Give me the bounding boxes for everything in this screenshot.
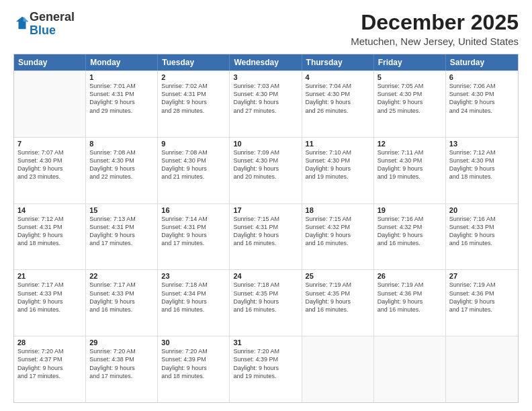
- calendar-body: 1Sunrise: 7:01 AM Sunset: 4:31 PM Daylig…: [14, 71, 518, 402]
- day-info: Sunrise: 7:01 AM Sunset: 4:31 PM Dayligh…: [89, 82, 154, 115]
- calendar: SundayMondayTuesdayWednesdayThursdayFrid…: [13, 54, 519, 403]
- header-day-friday: Friday: [374, 54, 446, 71]
- day-info: Sunrise: 7:11 AM Sunset: 4:30 PM Dayligh…: [378, 148, 442, 181]
- logo-icon: [15, 15, 30, 30]
- day-number: 21: [17, 272, 82, 280]
- day-number: 4: [306, 73, 370, 81]
- calendar-day-17: 17Sunrise: 7:15 AM Sunset: 4:31 PM Dayli…: [230, 204, 302, 270]
- logo: General Blue: [13, 11, 75, 38]
- day-number: 25: [306, 272, 370, 280]
- day-info: Sunrise: 7:02 AM Sunset: 4:31 PM Dayligh…: [161, 82, 226, 115]
- calendar-day-26: 26Sunrise: 7:19 AM Sunset: 4:36 PM Dayli…: [374, 270, 446, 336]
- month-title: December 2025: [351, 11, 519, 34]
- day-info: Sunrise: 7:05 AM Sunset: 4:30 PM Dayligh…: [378, 82, 442, 115]
- day-number: 8: [89, 140, 154, 148]
- day-number: 7: [17, 140, 82, 148]
- day-number: 28: [17, 338, 82, 347]
- svg-marker-1: [24, 17, 28, 21]
- calendar-week-1: 1Sunrise: 7:01 AM Sunset: 4:31 PM Daylig…: [14, 71, 518, 137]
- calendar-day-31: 31Sunrise: 7:20 AM Sunset: 4:39 PM Dayli…: [230, 336, 302, 402]
- calendar-day-6: 6Sunrise: 7:06 AM Sunset: 4:30 PM Daylig…: [446, 71, 518, 137]
- day-number: 11: [306, 140, 370, 148]
- day-info: Sunrise: 7:03 AM Sunset: 4:30 PM Dayligh…: [233, 82, 298, 115]
- day-info: Sunrise: 7:20 AM Sunset: 4:39 PM Dayligh…: [161, 347, 226, 380]
- day-info: Sunrise: 7:08 AM Sunset: 4:30 PM Dayligh…: [161, 148, 226, 181]
- calendar-day-4: 4Sunrise: 7:04 AM Sunset: 4:30 PM Daylig…: [302, 71, 374, 137]
- calendar-day-25: 25Sunrise: 7:19 AM Sunset: 4:35 PM Dayli…: [302, 270, 374, 336]
- header-day-wednesday: Wednesday: [230, 54, 302, 71]
- day-number: 16: [161, 206, 226, 214]
- day-number: 26: [378, 272, 442, 280]
- day-number: 3: [233, 73, 298, 81]
- day-number: 17: [233, 206, 298, 214]
- day-info: Sunrise: 7:19 AM Sunset: 4:36 PM Dayligh…: [449, 281, 515, 314]
- day-info: Sunrise: 7:20 AM Sunset: 4:38 PM Dayligh…: [89, 347, 154, 380]
- header-day-tuesday: Tuesday: [158, 54, 230, 71]
- header-day-sunday: Sunday: [14, 54, 86, 71]
- day-number: 18: [306, 206, 370, 214]
- header-day-thursday: Thursday: [302, 54, 374, 71]
- day-number: 29: [89, 338, 154, 347]
- day-number: 24: [233, 272, 298, 280]
- day-number: 14: [17, 206, 82, 214]
- header-day-saturday: Saturday: [446, 54, 518, 71]
- day-number: 2: [161, 73, 226, 81]
- calendar-week-4: 21Sunrise: 7:17 AM Sunset: 4:33 PM Dayli…: [14, 269, 518, 336]
- day-info: Sunrise: 7:19 AM Sunset: 4:36 PM Dayligh…: [378, 281, 442, 314]
- calendar-day-20: 20Sunrise: 7:16 AM Sunset: 4:33 PM Dayli…: [446, 204, 518, 270]
- calendar-day-19: 19Sunrise: 7:16 AM Sunset: 4:32 PM Dayli…: [374, 204, 446, 270]
- day-info: Sunrise: 7:13 AM Sunset: 4:31 PM Dayligh…: [89, 215, 154, 248]
- day-info: Sunrise: 7:16 AM Sunset: 4:33 PM Dayligh…: [449, 215, 515, 248]
- calendar-day-30: 30Sunrise: 7:20 AM Sunset: 4:39 PM Dayli…: [158, 336, 230, 402]
- calendar-day-9: 9Sunrise: 7:08 AM Sunset: 4:30 PM Daylig…: [158, 138, 230, 203]
- calendar-day-12: 12Sunrise: 7:11 AM Sunset: 4:30 PM Dayli…: [374, 138, 446, 203]
- calendar-day-27: 27Sunrise: 7:19 AM Sunset: 4:36 PM Dayli…: [446, 270, 518, 336]
- calendar-day-15: 15Sunrise: 7:13 AM Sunset: 4:31 PM Dayli…: [86, 204, 158, 270]
- day-number: 1: [89, 73, 154, 81]
- calendar-day-16: 16Sunrise: 7:14 AM Sunset: 4:31 PM Dayli…: [158, 204, 230, 270]
- day-info: Sunrise: 7:14 AM Sunset: 4:31 PM Dayligh…: [161, 215, 226, 248]
- day-info: Sunrise: 7:18 AM Sunset: 4:35 PM Dayligh…: [233, 281, 298, 314]
- calendar-day-13: 13Sunrise: 7:12 AM Sunset: 4:30 PM Dayli…: [446, 138, 518, 203]
- day-info: Sunrise: 7:07 AM Sunset: 4:30 PM Dayligh…: [17, 148, 82, 181]
- day-number: 10: [233, 140, 298, 148]
- location: Metuchen, New Jersey, United States: [351, 36, 519, 47]
- day-number: 27: [449, 272, 515, 280]
- calendar-day-18: 18Sunrise: 7:15 AM Sunset: 4:32 PM Dayli…: [302, 204, 374, 270]
- day-info: Sunrise: 7:16 AM Sunset: 4:32 PM Dayligh…: [378, 215, 442, 248]
- calendar-week-2: 7Sunrise: 7:07 AM Sunset: 4:30 PM Daylig…: [14, 137, 518, 203]
- calendar-day-3: 3Sunrise: 7:03 AM Sunset: 4:30 PM Daylig…: [230, 71, 302, 137]
- day-info: Sunrise: 7:17 AM Sunset: 4:33 PM Dayligh…: [17, 281, 82, 314]
- logo-text: General Blue: [30, 11, 75, 38]
- day-number: 15: [89, 206, 154, 214]
- calendar-empty-cell: [14, 71, 86, 137]
- calendar-empty-cell: [374, 336, 446, 402]
- day-info: Sunrise: 7:04 AM Sunset: 4:30 PM Dayligh…: [306, 82, 370, 115]
- day-info: Sunrise: 7:06 AM Sunset: 4:30 PM Dayligh…: [449, 82, 515, 115]
- calendar-week-5: 28Sunrise: 7:20 AM Sunset: 4:37 PM Dayli…: [14, 336, 518, 402]
- day-number: 5: [378, 73, 442, 81]
- calendar-day-23: 23Sunrise: 7:18 AM Sunset: 4:34 PM Dayli…: [158, 270, 230, 336]
- calendar-day-2: 2Sunrise: 7:02 AM Sunset: 4:31 PM Daylig…: [158, 71, 230, 137]
- calendar-day-5: 5Sunrise: 7:05 AM Sunset: 4:30 PM Daylig…: [374, 71, 446, 137]
- calendar-day-28: 28Sunrise: 7:20 AM Sunset: 4:37 PM Dayli…: [14, 336, 86, 402]
- calendar-day-7: 7Sunrise: 7:07 AM Sunset: 4:30 PM Daylig…: [14, 138, 86, 203]
- calendar-day-8: 8Sunrise: 7:08 AM Sunset: 4:30 PM Daylig…: [86, 138, 158, 203]
- day-info: Sunrise: 7:19 AM Sunset: 4:35 PM Dayligh…: [306, 281, 370, 314]
- day-number: 20: [449, 206, 515, 214]
- calendar-day-10: 10Sunrise: 7:09 AM Sunset: 4:30 PM Dayli…: [230, 138, 302, 203]
- day-info: Sunrise: 7:15 AM Sunset: 4:31 PM Dayligh…: [233, 215, 298, 248]
- day-number: 19: [378, 206, 442, 214]
- day-number: 13: [449, 140, 515, 148]
- day-info: Sunrise: 7:09 AM Sunset: 4:30 PM Dayligh…: [233, 148, 298, 181]
- svg-marker-0: [16, 17, 28, 29]
- day-info: Sunrise: 7:18 AM Sunset: 4:34 PM Dayligh…: [161, 281, 226, 314]
- day-info: Sunrise: 7:15 AM Sunset: 4:32 PM Dayligh…: [306, 215, 370, 248]
- day-info: Sunrise: 7:12 AM Sunset: 4:31 PM Dayligh…: [17, 215, 82, 248]
- day-info: Sunrise: 7:20 AM Sunset: 4:37 PM Dayligh…: [17, 347, 82, 380]
- calendar-empty-cell: [446, 336, 518, 402]
- header: General Blue December 2025 Metuchen, New…: [13, 11, 519, 47]
- title-block: December 2025 Metuchen, New Jersey, Unit…: [351, 11, 519, 47]
- day-number: 30: [161, 338, 226, 347]
- calendar-day-29: 29Sunrise: 7:20 AM Sunset: 4:38 PM Dayli…: [86, 336, 158, 402]
